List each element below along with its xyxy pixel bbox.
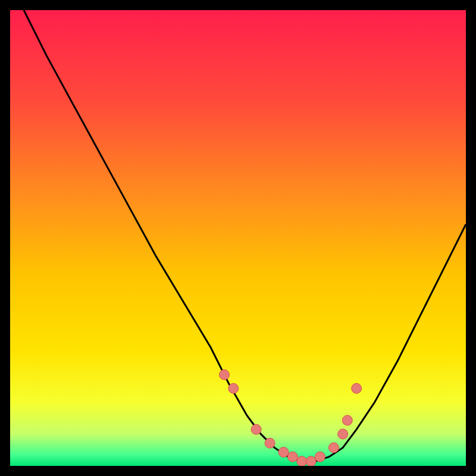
highlight-dot — [265, 438, 275, 448]
highlight-dot — [342, 415, 352, 425]
highlight-dot — [228, 383, 239, 393]
highlight-dot — [352, 383, 362, 393]
chart-frame: TheBottleneck.com — [10, 10, 466, 466]
chart-svg — [10, 10, 466, 466]
highlight-dot — [297, 456, 307, 466]
highlight-dot — [338, 429, 348, 439]
highlight-dot — [287, 452, 298, 462]
highlight-dot — [315, 452, 325, 462]
highlight-dot — [251, 424, 261, 434]
gradient-background — [10, 10, 466, 466]
highlight-dot — [278, 447, 289, 458]
highlight-dot — [328, 443, 339, 453]
highlight-dot — [306, 456, 316, 466]
highlight-dot — [220, 369, 230, 380]
